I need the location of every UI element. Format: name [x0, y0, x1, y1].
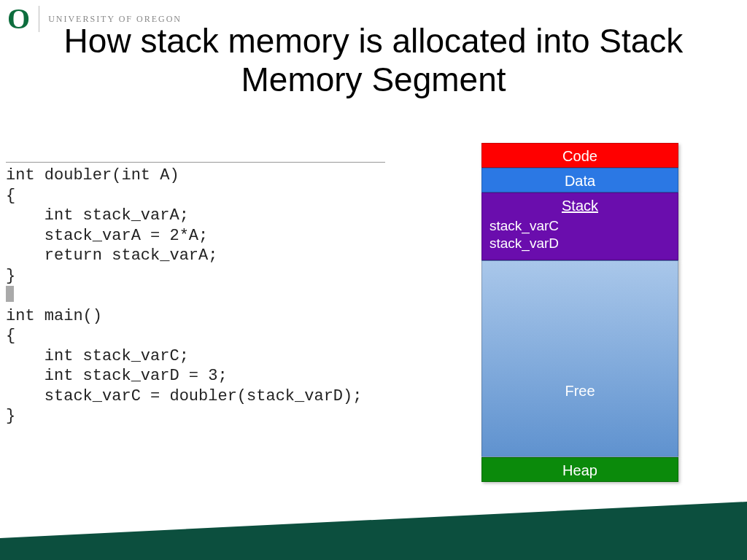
- segment-stack: Stack stack_varC stack_varD: [481, 192, 678, 260]
- code-line: int stack_varC;: [6, 347, 189, 365]
- code-line: }: [6, 407, 15, 425]
- code-line: {: [6, 327, 15, 345]
- code-line: return stack_varA;: [6, 246, 217, 265]
- code-line: stack_varA = 2*A;: [6, 227, 208, 245]
- footer-decoration: [0, 502, 747, 560]
- code-line: int main(): [6, 307, 102, 325]
- stack-variable: stack_varD: [489, 235, 670, 252]
- cursor-icon: [6, 286, 14, 302]
- code-line: int stack_varA;: [6, 206, 189, 225]
- stack-variable: stack_varC: [489, 217, 670, 235]
- code-line: stack_varC = doubler(stack_varD);: [6, 387, 362, 405]
- segment-data: Data: [481, 168, 678, 192]
- segment-heap: Heap: [481, 457, 678, 482]
- segment-free: Free: [481, 260, 678, 457]
- free-label: Free: [565, 383, 595, 400]
- code-line: {: [6, 187, 15, 205]
- code-line: int doubler(int A): [6, 166, 179, 184]
- stack-title: Stack: [489, 198, 670, 214]
- segment-code: Code: [481, 143, 678, 168]
- code-sample: int doubler(int A) { int stack_varA; sta…: [6, 162, 385, 427]
- memory-diagram: Code Data Stack stack_varC stack_varD Fr…: [481, 143, 678, 482]
- svg-marker-0: [0, 502, 747, 560]
- slide-title: How stack memory is allocated into Stack…: [0, 22, 747, 99]
- code-line: int stack_varD = 3;: [6, 367, 228, 385]
- code-line: }: [6, 267, 15, 285]
